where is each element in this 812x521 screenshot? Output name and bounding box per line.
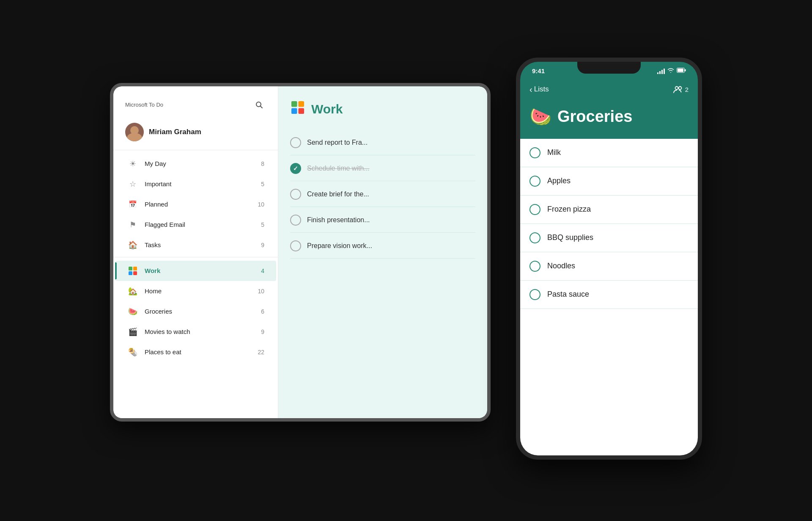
- status-time: 9:41: [532, 67, 545, 74]
- sidebar-item-label: Flagged Email: [145, 221, 256, 228]
- table-row[interactable]: Prepare vision work...: [290, 234, 475, 259]
- task-text: Finish presentation...: [307, 216, 370, 224]
- wifi-icon: [667, 68, 674, 74]
- share-button[interactable]: 2: [673, 85, 689, 94]
- grocery-emoji: 🍉: [529, 106, 551, 127]
- sidebar-item-groceries[interactable]: 🍉 Groceries 6: [115, 301, 276, 322]
- back-button[interactable]: ‹ Lists: [529, 85, 549, 94]
- work-header: Work: [290, 100, 475, 119]
- grocery-item-label: Pasta sauce: [547, 290, 589, 299]
- svg-rect-11: [678, 69, 683, 72]
- grocery-checkbox-3[interactable]: [529, 204, 540, 215]
- sidebar-item-my-day[interactable]: ☀ My Day 8: [115, 154, 276, 174]
- table-row[interactable]: Create brief for the...: [290, 182, 475, 207]
- avatar: [125, 123, 144, 141]
- home-icon: 🏡: [127, 285, 139, 297]
- task-text: Send report to Fra...: [307, 139, 368, 146]
- svg-rect-12: [685, 69, 686, 72]
- grocery-checkbox-1[interactable]: [529, 147, 540, 158]
- status-bar: 9:41: [520, 62, 698, 80]
- list-item[interactable]: Milk: [520, 139, 698, 167]
- sidebar-item-important[interactable]: ☆ Important 5: [115, 174, 276, 194]
- sidebar-item-tasks[interactable]: 🏠 Tasks 9: [115, 235, 276, 255]
- table-row[interactable]: Send report to Fra...: [290, 130, 475, 155]
- sidebar-item-count: 22: [256, 349, 264, 356]
- sidebar: Microsoft To Do Miriam Graham ☀: [113, 86, 278, 418]
- task-checkbox-2[interactable]: [290, 163, 301, 174]
- battery-icon: [677, 68, 686, 74]
- task-list: Send report to Fra... Schedule time with…: [290, 130, 475, 259]
- divider-top: [113, 150, 278, 150]
- grocery-checkbox-6[interactable]: [529, 289, 540, 300]
- list-item[interactable]: Pasta sauce: [520, 281, 698, 309]
- grocery-item-label: BBQ supplies: [547, 233, 593, 242]
- divider-mid: [113, 257, 278, 257]
- sidebar-item-label: Movies to watch: [145, 328, 256, 335]
- grocery-item-label: Apples: [547, 176, 571, 185]
- sidebar-item-count: 10: [256, 201, 264, 208]
- list-item[interactable]: Noodles: [520, 252, 698, 281]
- svg-rect-4: [129, 271, 132, 275]
- movies-icon: 🎬: [127, 326, 139, 338]
- svg-rect-3: [133, 267, 137, 270]
- flag-icon: ⚑: [127, 219, 139, 231]
- sidebar-item-count: 6: [256, 308, 264, 315]
- sidebar-item-label: Work: [145, 267, 256, 274]
- wifi-svg: [667, 68, 674, 73]
- search-button[interactable]: [252, 98, 266, 112]
- share-count: 2: [685, 86, 689, 93]
- sidebar-item-planned[interactable]: 📅 Planned 10: [115, 194, 276, 215]
- list-item[interactable]: Frozen pizza: [520, 196, 698, 224]
- sidebar-item-count: 5: [256, 181, 264, 187]
- list-item[interactable]: Apples: [520, 167, 698, 196]
- task-text: Schedule time with...: [307, 165, 370, 172]
- list-item[interactable]: BBQ supplies: [520, 224, 698, 252]
- task-text: Create brief for the...: [307, 190, 369, 198]
- svg-rect-2: [129, 267, 132, 270]
- tasks-icon: 🏠: [127, 239, 139, 251]
- task-checkbox-4[interactable]: [290, 215, 301, 226]
- search-icon: [255, 101, 263, 109]
- svg-rect-8: [291, 108, 297, 114]
- task-checkbox-1[interactable]: [290, 137, 301, 148]
- task-text: Prepare vision work...: [307, 242, 372, 250]
- calendar-icon: 📅: [127, 198, 139, 210]
- sidebar-item-places[interactable]: 🌯 Places to eat 22: [115, 342, 276, 362]
- table-row[interactable]: Schedule time with...: [290, 156, 475, 181]
- status-icons: [657, 68, 686, 74]
- sidebar-item-label: Places to eat: [145, 348, 256, 356]
- chevron-left-icon: ‹: [529, 85, 532, 94]
- grocery-checkbox-4[interactable]: [529, 232, 540, 243]
- sidebar-item-count: 9: [256, 328, 264, 335]
- grocery-checkbox-2[interactable]: [529, 176, 540, 187]
- notch: [577, 62, 641, 74]
- grocery-items: Milk Apples Frozen pizza BBQ supplies No…: [520, 139, 698, 455]
- sidebar-item-label: Planned: [145, 201, 256, 208]
- grocery-item-label: Noodles: [547, 262, 575, 270]
- task-checkbox-5[interactable]: [290, 240, 301, 251]
- svg-rect-9: [299, 108, 304, 114]
- work-panel: Work Send report to Fra... Schedule time…: [278, 86, 487, 418]
- svg-rect-7: [299, 101, 304, 107]
- phone-nav: ‹ Lists 2: [520, 80, 698, 99]
- user-name: Miriam Graham: [149, 128, 201, 136]
- sidebar-item-home[interactable]: 🏡 Home 10: [115, 281, 276, 301]
- battery-svg: [677, 68, 686, 73]
- task-checkbox-3[interactable]: [290, 189, 301, 200]
- sidebar-item-label: Groceries: [145, 308, 256, 315]
- sidebar-item-movies[interactable]: 🎬 Movies to watch 9: [115, 322, 276, 342]
- signal-bars: [657, 68, 665, 74]
- svg-point-14: [678, 87, 681, 90]
- table-row[interactable]: Finish presentation...: [290, 208, 475, 233]
- star-icon: ☆: [127, 178, 139, 190]
- grocery-title: Groceries: [557, 108, 632, 126]
- sidebar-item-label: Home: [145, 287, 256, 295]
- work-list-icon: [128, 266, 138, 276]
- sidebar-item-count: 10: [256, 288, 264, 295]
- bar-4: [664, 69, 665, 74]
- user-row[interactable]: Miriam Graham: [113, 119, 278, 148]
- sidebar-item-work[interactable]: Work 4: [115, 261, 276, 281]
- sidebar-item-flagged-email[interactable]: ⚑ Flagged Email 5: [115, 215, 276, 235]
- grocery-checkbox-5[interactable]: [529, 261, 540, 272]
- grocery-item-label: Milk: [547, 148, 561, 157]
